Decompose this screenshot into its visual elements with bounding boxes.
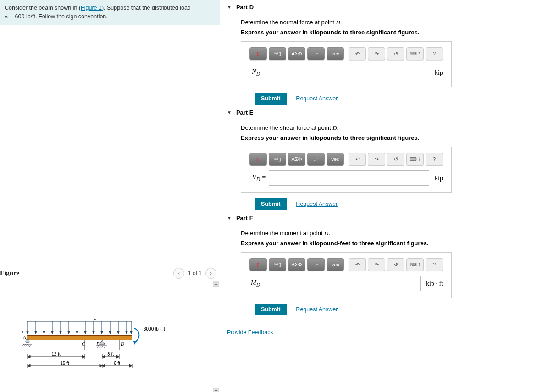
svg-marker-24 (28, 355, 30, 358)
template-button[interactable]: ▯ (249, 153, 267, 166)
sqrt-button[interactable]: ⁿ√▯ (269, 258, 286, 271)
part-D-submit-button[interactable]: Submit (255, 93, 287, 105)
part-D-var-label: ND = (249, 67, 266, 78)
part-F-request-link[interactable]: Request Answer (296, 305, 338, 314)
problem-statement: Consider the beam shown in (Figure 1). S… (0, 0, 220, 25)
arrows-button[interactable]: ↓↑ (307, 47, 325, 60)
part-E-submit-button[interactable]: Submit (255, 198, 287, 210)
part-F-submit-button[interactable]: Submit (255, 304, 287, 315)
keyboard-button[interactable]: ⌨ ⁝ (406, 258, 424, 271)
figure-prev-button[interactable]: ‹ (173, 268, 184, 279)
figure-title: Figure (0, 269, 19, 277)
reset-button[interactable]: ↺ (387, 153, 404, 166)
svg-marker-38 (102, 364, 105, 367)
figure-count: 1 of 1 (188, 270, 202, 276)
part-F-answer-card: ▯ ⁿ√▯ ΑΣΦ ↓↑ vec ↶ ↷ ↺ ⌨ ⁝ ? MD = (241, 252, 452, 298)
sqrt-button[interactable]: ⁿ√▯ (269, 47, 286, 60)
scroll-down-button[interactable]: ▾ (213, 388, 219, 392)
label-3ft: 3 ft (107, 352, 114, 357)
part-E-input[interactable] (269, 170, 429, 186)
svg-rect-4 (27, 335, 132, 336)
arrows-button[interactable]: ↓↑ (307, 258, 325, 271)
label-moment: 6000 lb · ft (144, 326, 165, 331)
svg-marker-18 (133, 341, 137, 345)
part-D-unit: kip (435, 68, 443, 77)
arrows-button[interactable]: ↓↑ (307, 153, 325, 166)
part-E-request-link[interactable]: Request Answer (296, 200, 338, 209)
part-F-unit: kip · ft (426, 279, 443, 288)
caret-icon: ▼ (227, 215, 232, 221)
label-12ft: 12 ft (51, 352, 61, 357)
part-F-header[interactable]: ▼ Part F (227, 214, 548, 223)
svg-marker-25 (82, 355, 85, 358)
vec-button[interactable]: vec (327, 47, 344, 60)
part-E-var-label: VD = (249, 172, 266, 183)
load-value: = 600 lb/ft. Follow the sign convention. (8, 13, 107, 20)
part-D-title: Part D (236, 4, 254, 11)
svg-line-16 (101, 346, 103, 348)
part-F-prompt: Determine the moment at point D. (241, 229, 548, 238)
reset-button[interactable]: ↺ (387, 258, 404, 271)
redo-button[interactable]: ↷ (368, 258, 385, 271)
caret-icon: ▼ (227, 5, 232, 10)
vec-button[interactable]: vec (327, 153, 344, 166)
help-button[interactable]: ? (426, 153, 443, 166)
part-E-header[interactable]: ▼ Part E (227, 108, 548, 118)
keyboard-button[interactable]: ⌨ ⁝ (406, 47, 424, 60)
part-D-answer-card: ▯ ⁿ√▯ ΑΣΦ ↓↑ vec ↶ ↷ ↺ ⌨ ⁝ ? ND = (241, 41, 452, 87)
caret-icon: ▼ (227, 110, 232, 115)
scroll-up-button[interactable]: ▴ (213, 281, 219, 287)
label-D: D (120, 341, 124, 347)
part-D-header[interactable]: ▼ Part D (227, 3, 548, 12)
greek-button[interactable]: ΑΣΦ (288, 47, 305, 60)
keyboard-button[interactable]: ⌨ ⁝ (406, 153, 424, 166)
redo-button[interactable]: ↷ (368, 153, 385, 166)
svg-line-9 (26, 344, 28, 347)
problem-prefix: Consider the beam shown in ( (5, 5, 81, 11)
part-E-answer-card: ▯ ⁿ√▯ ΑΣΦ ↓↑ vec ↶ ↷ ↺ ⌨ ⁝ ? VD = (241, 147, 452, 193)
svg-line-7 (22, 344, 24, 347)
redo-button[interactable]: ↷ (368, 47, 385, 60)
svg-marker-39 (129, 364, 132, 367)
label-A: A (22, 335, 26, 340)
vec-button[interactable]: vec (327, 258, 344, 271)
svg-line-10 (28, 344, 29, 347)
part-E-unit: kip (435, 173, 443, 183)
greek-button[interactable]: ΑΣΦ (288, 153, 305, 166)
svg-line-8 (24, 344, 26, 347)
undo-button[interactable]: ↶ (349, 258, 366, 271)
part-D-input[interactable] (269, 65, 429, 80)
part-D-section: ▼ Part D Determine the normal force at p… (227, 3, 548, 105)
part-F-var-label: MD = (249, 278, 266, 289)
svg-marker-34 (28, 364, 30, 367)
template-button[interactable]: ▯ (249, 47, 267, 60)
greek-button[interactable]: ΑΣΦ (288, 258, 305, 271)
figure-link[interactable]: Figure 1 (81, 5, 102, 11)
svg-line-17 (104, 346, 105, 348)
part-E-section: ▼ Part E Determine the shear force at po… (227, 108, 548, 210)
template-button[interactable]: ▯ (249, 258, 267, 271)
help-button[interactable]: ? (426, 47, 443, 60)
part-D-request-link[interactable]: Request Answer (296, 94, 338, 103)
part-D-hint: Express your answer in kilopounds to thr… (241, 28, 548, 37)
part-F-title: Part F (236, 215, 253, 221)
figure-next-button[interactable]: › (205, 268, 216, 279)
svg-line-11 (29, 344, 31, 347)
part-E-prompt: Determine the shear force at point D. (241, 123, 548, 133)
provide-feedback-link[interactable]: Provide Feedback (227, 329, 273, 336)
svg-point-5 (26, 339, 29, 343)
part-F-input[interactable] (269, 276, 421, 291)
sqrt-button[interactable]: ⁿ√▯ (269, 153, 286, 166)
part-E-hint: Express your answer in kilopounds to thr… (241, 133, 548, 143)
figure-panel: Figure ‹ 1 of 1 › ▴ ▾ (0, 268, 220, 392)
undo-button[interactable]: ↶ (349, 153, 366, 166)
beam-figure: w 6000 lb · ft (22, 319, 178, 383)
svg-marker-29 (102, 355, 105, 358)
part-F-hint: Express your answer in kilopound-feet to… (241, 239, 548, 248)
undo-button[interactable]: ↶ (349, 47, 366, 60)
help-button[interactable]: ? (426, 258, 443, 271)
reset-button[interactable]: ↺ (387, 47, 404, 60)
svg-marker-30 (116, 355, 119, 358)
svg-marker-2 (22, 331, 23, 334)
label-w: w (94, 319, 97, 321)
